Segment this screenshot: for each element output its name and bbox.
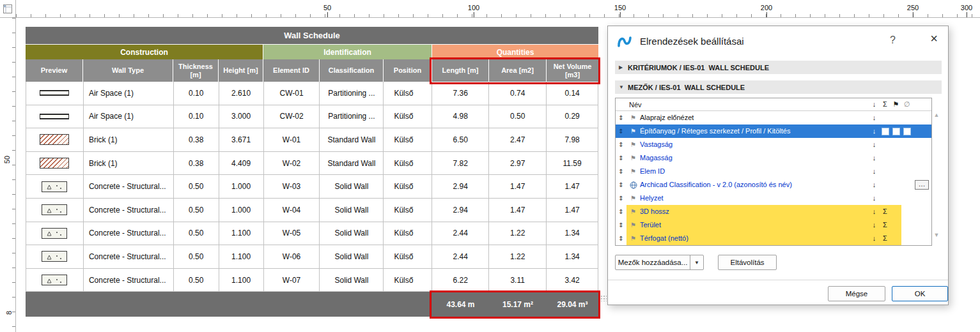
table-row[interactable]: Concrete - Structural... 0.50 1.100 W-06… [26,245,598,269]
thickness-cell: 0.50 [174,222,219,245]
column-header-thickness[interactable]: Thickness [m] [173,59,219,82]
sort-down-icon[interactable]: ↓ [869,124,880,138]
ok-button[interactable]: OK [892,286,948,301]
sort-down-icon[interactable]: ↓ [869,178,880,192]
close-icon[interactable]: × [930,31,938,46]
field-row[interactable]: ⇕ Archicad Classification - v 2.0 (azono… [616,178,931,192]
field-row[interactable]: ⇕ ⚑ Helyzet ↓ [616,192,931,205]
remove-button[interactable]: Eltávolítás [718,255,777,270]
thickness-cell: 0.50 [174,175,219,198]
drag-handle-icon[interactable]: ⇕ [616,138,626,151]
column-header-length[interactable]: Length [m] [432,59,489,82]
column-header-element-id[interactable]: Element ID [263,59,320,82]
schedule-group-header: Construction Identification Quantities [26,45,598,59]
cancel-button[interactable]: Mégse [828,286,885,301]
sort-down-icon[interactable]: ↓ [869,232,880,245]
field-row-selected[interactable]: ⇕ ⚑ Építőanyag / Réteges szerkezet / Pro… [616,124,931,138]
thickness-cell: 0.38 [174,128,219,151]
column-header-preview[interactable]: Preview [26,59,83,82]
dialog-titlebar[interactable]: Elrendezések beállításai ? × [608,26,948,56]
drag-handle-icon[interactable]: ⇕ [616,165,626,178]
table-row[interactable]: Concrete - Structural... 0.50 1.000 W-03… [26,175,598,199]
field-row[interactable]: ⇕ ⚑ Vastagság ↓ [616,138,931,151]
field-row[interactable]: ⇕ ⚑ Elem ID ↓ [616,165,931,178]
group-quantities: Quantities [432,45,598,59]
net-volume-cell: 1.47 [547,199,598,222]
field-row[interactable]: ⇕ ⚑ Alaprajz előnézet ↓ [616,111,931,124]
drag-handle-icon[interactable]: ⇕ [616,178,626,192]
wall-type-cell: Brick (1) [84,128,174,151]
drag-handle-icon[interactable]: ⇕ [616,192,626,205]
brick-preview-icon [40,158,69,169]
column-header-position[interactable]: Position [384,59,432,82]
globe-icon [626,178,640,192]
field-row-summed[interactable]: ⇕ ⚑ Térfogat (nettó) ↓ Σ [616,232,931,245]
area-cell: 0.50 [489,105,547,128]
section-fields[interactable]: ▼ MEZŐK / IES-01 WALL SCHEDULE [615,80,942,94]
table-row[interactable]: Concrete - Structural... 0.50 1.100 W-07… [26,269,598,292]
sort-down-icon[interactable]: ↓ [869,205,880,218]
preview-cell [26,82,84,105]
field-row-summed[interactable]: ⇕ ⚑ 3D hossz ↓ Σ [616,205,931,218]
dropdown-arrow-icon[interactable]: ▼ [690,255,703,269]
scroll-up-icon[interactable]: ▲ [932,112,941,118]
drag-handle-icon[interactable]: ⇕ [616,151,626,165]
sum-icon[interactable]: Σ [880,218,891,232]
field-row-summed[interactable]: ⇕ ⚑ Terület ↓ Σ [616,218,931,232]
drag-handle-icon[interactable]: ⇕ [616,232,626,245]
help-icon[interactable]: ? [890,34,896,46]
flag-column-icon[interactable]: ⚑ [891,98,901,111]
sum-column-icon[interactable]: Σ [880,98,891,111]
column-header-height[interactable]: Height [m] [219,59,263,82]
hide-column-icon[interactable]: ∅ [901,98,912,111]
wall-type-cell: Air Space (1) [84,82,174,105]
column-header-wall-type[interactable]: Wall Type [83,59,173,82]
more-options-button[interactable]: … [915,180,929,190]
drag-handle-icon[interactable]: ⇕ [616,111,626,124]
option-box[interactable] [882,128,889,135]
table-resize-grip[interactable] [600,295,607,301]
field-label: Térfogat (nettó) [640,232,869,245]
sort-down-icon[interactable]: ↓ [869,165,880,178]
sort-down-icon[interactable]: ↓ [869,151,880,165]
drag-handle-icon[interactable]: ⇕ [616,124,626,138]
field-row[interactable]: ⇕ ⚑ Magasság ↓ [616,151,931,165]
table-row[interactable]: Air Space (1) 0.10 3.000 CW-02 Partition… [26,105,598,129]
sort-down-icon[interactable]: ↓ [869,111,880,124]
table-row[interactable]: Concrete - Structural... 0.50 1.100 W-05… [26,222,598,246]
drag-handle-icon[interactable]: ⇕ [616,205,626,218]
table-row[interactable]: Air Space (1) 0.10 2.610 CW-01 Partition… [26,82,598,105]
option-box[interactable] [892,128,900,135]
option-box[interactable] [903,128,911,135]
position-cell: Külső [384,82,432,105]
element-id-cell: W-06 [264,245,320,268]
length-cell: 2.44 [432,222,489,245]
field-flag-icon: ⚑ [626,111,640,124]
column-header-classification[interactable]: Classification [320,59,384,82]
net-volume-cell: 1.47 [547,175,598,198]
column-header-net-volume[interactable]: Net Volume [m3] [547,59,598,82]
table-row[interactable]: Concrete - Structural... 0.50 1.000 W-04… [26,199,598,222]
sort-down-icon[interactable]: ↓ [869,192,880,205]
length-cell: 7.82 [432,152,489,175]
sort-column-icon[interactable]: ↓ [869,98,880,111]
sort-down-icon[interactable]: ↓ [869,138,880,151]
sum-icon[interactable]: Σ [880,232,891,245]
table-row[interactable]: Brick (1) 0.38 3.671 W-01 Standard Wall … [26,128,598,152]
drag-handle-icon[interactable]: ⇕ [616,218,626,232]
sort-down-icon[interactable]: ↓ [869,218,880,232]
total-area: 15.17 m² [489,292,547,317]
table-row[interactable]: Brick (1) 0.38 4.409 W-02 Standard Wall … [26,152,598,176]
sum-icon[interactable]: Σ [880,205,891,218]
ruler-mark: 8 [5,311,13,315]
column-header-area[interactable]: Area [m2] [489,59,547,82]
name-column-header[interactable]: Név [626,101,869,109]
concrete-preview-icon [42,251,67,262]
chevron-down-icon: ▼ [619,84,628,90]
add-fields-button[interactable]: Mezők hozzáadása... ▼ [615,255,704,270]
section-criteria[interactable]: ▶ KRITÉRIUMOK / IES-01 WALL SCHEDULE [615,61,942,74]
position-cell: Külső [384,199,432,222]
wall-type-cell: Concrete - Structural... [84,175,174,198]
total-net-volume: 29.04 m³ [547,292,598,317]
scroll-down-icon[interactable]: ▼ [932,232,941,238]
